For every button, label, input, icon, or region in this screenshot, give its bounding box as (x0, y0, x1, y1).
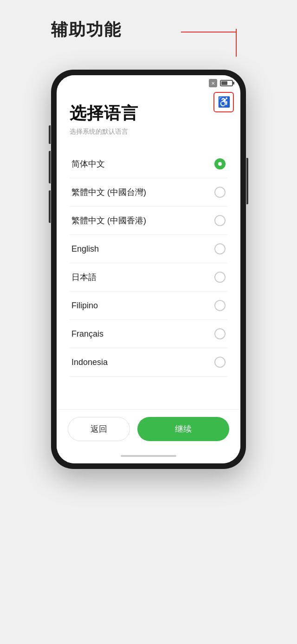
language-item[interactable]: English (70, 235, 227, 263)
phone-screen: ✕ ♿ 选择语言 选择系统的默认语言 简体中文繁體中文 (中國台灣)繁體中文 (… (57, 75, 240, 463)
language-item[interactable]: 繁體中文 (中國台灣) (70, 178, 227, 207)
language-radio[interactable] (214, 272, 226, 283)
language-name: 繁體中文 (中國台灣) (71, 187, 146, 198)
status-close-icon: ✕ (209, 79, 217, 87)
language-radio[interactable] (214, 328, 226, 339)
accessibility-button[interactable]: ♿ (213, 92, 234, 112)
phone-side-btn-vol-up (49, 151, 51, 183)
annotation-area: 辅助功能 (32, 19, 265, 41)
language-name: 简体中文 (71, 158, 105, 169)
home-indicator (57, 450, 240, 463)
language-item[interactable]: Indonesia (70, 348, 227, 377)
accessibility-icon: ♿ (218, 96, 230, 108)
language-list: 简体中文繁體中文 (中國台灣)繁體中文 (中國香港)English日本語Fili… (70, 150, 227, 377)
bottom-bar: 返回 继续 (57, 409, 240, 450)
annotation-label: 辅助功能 (51, 19, 122, 41)
language-radio[interactable] (214, 158, 226, 169)
language-radio[interactable] (214, 357, 226, 368)
language-radio[interactable] (214, 300, 226, 311)
language-name: 繁體中文 (中國香港) (71, 215, 146, 226)
annotation-arrow (181, 32, 237, 33)
language-radio[interactable] (214, 243, 226, 254)
language-item[interactable]: 日本語 (70, 263, 227, 292)
language-item[interactable]: 简体中文 (70, 150, 227, 178)
page-subtitle: 选择系统的默认语言 (70, 128, 227, 136)
phone-side-btn-power (246, 158, 248, 204)
language-name: English (71, 244, 99, 254)
main-content: 选择语言 选择系统的默认语言 简体中文繁體中文 (中國台灣)繁體中文 (中國香港… (57, 89, 240, 409)
page-title: 选择语言 (70, 102, 227, 125)
language-name: Français (71, 329, 103, 339)
language-name: 日本語 (71, 272, 97, 283)
continue-button[interactable]: 继续 (137, 417, 229, 441)
home-bar (121, 455, 176, 457)
phone-frame: ✕ ♿ 选择语言 选择系统的默认语言 简体中文繁體中文 (中國台灣)繁體中文 (… (51, 70, 246, 469)
language-item[interactable]: 繁體中文 (中國香港) (70, 207, 227, 235)
language-radio[interactable] (214, 187, 226, 198)
phone-side-btn-vol-down (49, 190, 51, 223)
status-bar: ✕ (57, 75, 240, 89)
battery-fill (221, 81, 227, 85)
language-name: Filipino (71, 301, 98, 311)
language-radio[interactable] (214, 215, 226, 226)
phone-side-btn-mute (49, 125, 51, 144)
language-item[interactable]: Filipino (70, 292, 227, 320)
language-item[interactable]: Français (70, 320, 227, 348)
status-battery-icon (220, 80, 233, 86)
back-button[interactable]: 返回 (68, 417, 130, 441)
language-name: Indonesia (71, 358, 108, 367)
